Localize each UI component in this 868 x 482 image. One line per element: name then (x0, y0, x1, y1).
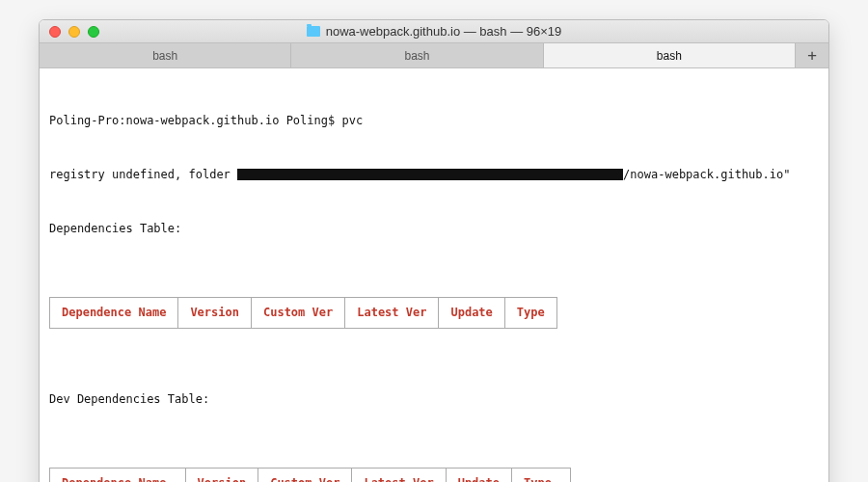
terminal-body[interactable]: Poling-Pro:nowa-webpack.github.io Poling… (40, 68, 828, 482)
col-latest-ver: Latest Ver (352, 468, 446, 482)
command-1: pvc (341, 114, 363, 127)
col-update: Update (446, 468, 511, 482)
new-tab-button[interactable]: + (796, 43, 828, 67)
registry-line: registry undefined, folder /nowa-webpack… (49, 166, 819, 184)
close-icon[interactable] (49, 26, 61, 38)
tab-bash-1[interactable]: bash (291, 43, 543, 67)
dependencies-table: Dependence Name Version Custom Ver Lates… (49, 297, 557, 329)
col-custom-ver: Custom Ver (251, 298, 344, 329)
traffic-lights (49, 26, 99, 38)
redacted-path (237, 169, 623, 180)
deps-label: Dependencies Table: (49, 220, 819, 238)
window-title: nowa-webpack.github.io — bash — 96×19 (326, 24, 562, 39)
col-type: Type (504, 298, 556, 329)
prompt-line-1: Poling-Pro:nowa-webpack.github.io Poling… (49, 112, 819, 130)
col-custom-ver: Custom Ver (258, 468, 352, 482)
tab-bash-2[interactable]: bash (544, 43, 796, 67)
titlebar: nowa-webpack.github.io — bash — 96×19 (40, 20, 828, 43)
col-version: Version (185, 468, 258, 482)
col-version: Version (178, 298, 252, 329)
prompt-1: Poling-Pro:nowa-webpack.github.io Poling… (49, 114, 341, 127)
col-latest-ver: Latest Ver (345, 298, 439, 329)
col-dependence-name: Dependence Name (50, 468, 186, 482)
tab-bash-0[interactable]: bash (40, 43, 291, 67)
col-dependence-name: Dependence Name (50, 298, 178, 329)
table-header-row: Dependence Name Version Custom Ver Lates… (50, 468, 571, 482)
col-update: Update (439, 298, 504, 329)
col-type: Type (512, 468, 571, 482)
tabbar: bash bash bash + (40, 43, 828, 68)
window-title-group: nowa-webpack.github.io — bash — 96×19 (49, 24, 819, 39)
terminal-window: nowa-webpack.github.io — bash — 96×19 ba… (39, 19, 829, 482)
folder-icon (307, 26, 320, 37)
dev-dependencies-table: Dependence Name Version Custom Ver Lates… (49, 468, 571, 482)
table-header-row: Dependence Name Version Custom Ver Lates… (50, 298, 557, 329)
minimize-icon[interactable] (68, 26, 80, 38)
dev-deps-label: Dev Dependencies Table: (49, 390, 819, 409)
maximize-icon[interactable] (88, 26, 99, 38)
